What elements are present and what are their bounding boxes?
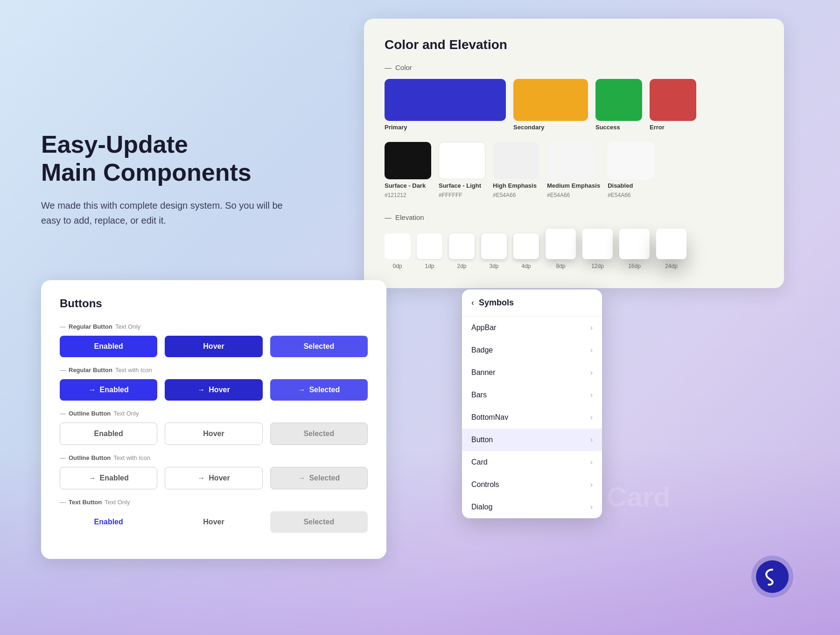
elevation-label-12dp: 12dp — [591, 263, 604, 269]
surface-light-box — [439, 142, 485, 179]
surface-dark-box — [385, 142, 431, 179]
section-label-regular-1: Text Only — [115, 323, 140, 330]
disabled-swatch: Disabled #E54A66 — [608, 142, 654, 198]
elevation-12dp: 12dp — [582, 229, 613, 269]
color-section-label: Color — [385, 64, 763, 71]
elevation-label-1dp: 1dp — [425, 263, 434, 269]
text-button-row: Enabled Hover Selected — [60, 511, 368, 533]
elevation-3dp: 3dp — [481, 233, 507, 269]
secondary-swatch-box — [513, 79, 588, 121]
elevation-box-1dp — [417, 233, 442, 259]
elevation-label-16dp: 16dp — [628, 263, 641, 269]
regular-text-selected-button[interactable]: Selected — [270, 336, 368, 357]
regular-text-enabled-button[interactable]: Enabled — [60, 336, 157, 357]
elevation-1dp: 1dp — [417, 233, 442, 269]
section-label-bold-1: Regular Button — [69, 323, 112, 330]
symbols-item-button[interactable]: Button › — [462, 429, 602, 451]
arrow-icon: → — [298, 386, 305, 394]
symbols-back-button[interactable]: ‹ — [471, 298, 474, 308]
regular-icon-enabled-button[interactable]: → Enabled — [60, 379, 157, 401]
disabled-hex: #E54A66 — [608, 192, 654, 198]
primary-colors-row: Primary Secondary Success Error — [385, 79, 763, 131]
regular-text-only-row: Enabled Hover Selected — [60, 336, 368, 357]
section-label-bold-4: Outline Button — [69, 454, 111, 461]
secondary-swatch-label: Secondary — [513, 124, 588, 131]
elevation-box-8dp — [546, 229, 576, 259]
symbols-item-bottomnav[interactable]: BottomNav › — [462, 406, 602, 429]
logo-icon — [756, 560, 789, 593]
symbols-item-bars[interactable]: Bars › — [462, 384, 602, 406]
regular-text-hover-button[interactable]: Hover — [165, 336, 262, 357]
arrow-icon: → — [197, 474, 205, 482]
arrow-icon: → — [89, 386, 96, 394]
logo-svg — [763, 567, 782, 586]
elevation-section-label: Elevation — [385, 213, 763, 221]
elevation-label-8dp: 8dp — [556, 263, 565, 269]
symbols-item-controls[interactable]: Controls › — [462, 473, 602, 496]
symbols-item-label-bars: Bars — [471, 391, 487, 399]
section-label-bold-2: Regular Button — [69, 367, 112, 374]
outline-icon-row: → Enabled → Hover → Selected — [60, 467, 368, 489]
elevation-2dp: 2dp — [449, 233, 475, 269]
success-color-swatch: Success — [595, 79, 642, 131]
hero-title: Easy-Update Main Components — [41, 131, 284, 187]
symbols-item-label-controls: Controls — [471, 480, 499, 489]
chevron-right-icon-button: › — [590, 436, 593, 444]
outline-icon-hover-button[interactable]: → Hover — [165, 467, 262, 489]
arrow-icon: → — [197, 386, 205, 394]
surface-dark-hex: #121212 — [385, 192, 431, 198]
regular-button-icon-label: Regular Button Text with Icon — [60, 367, 368, 374]
elevation-box-2dp — [449, 233, 475, 259]
symbols-item-dialog[interactable]: Dialog › — [462, 496, 602, 518]
text-hover-button[interactable]: Hover — [165, 511, 262, 533]
symbols-item-label-appbar: AppBar — [471, 324, 496, 332]
outline-icon-selected-button[interactable]: → Selected — [270, 467, 368, 489]
outline-text-selected-button[interactable]: Selected — [270, 423, 368, 445]
success-swatch-label: Success — [595, 124, 642, 131]
symbols-item-badge[interactable]: Badge › — [462, 339, 602, 361]
high-emphasis-hex: #E54A66 — [493, 192, 539, 198]
outline-button-icon-label: Outline Button Text with Icon — [60, 454, 368, 461]
text-enabled-button[interactable]: Enabled — [60, 511, 157, 533]
symbols-item-card[interactable]: Card › — [462, 451, 602, 473]
error-swatch-label: Error — [650, 124, 696, 131]
symbols-header: ‹ Symbols — [462, 289, 602, 317]
regular-icon-hover-button[interactable]: → Hover — [165, 379, 262, 401]
secondary-color-swatch: Secondary — [513, 79, 588, 131]
section-label-bold-5: Text Button — [69, 499, 102, 506]
elevation-0dp: 0dp — [385, 233, 410, 269]
elevation-24dp: 24dp — [656, 229, 686, 269]
symbols-item-appbar[interactable]: AppBar › — [462, 317, 602, 339]
section-label-regular-3: Text Only — [113, 410, 139, 417]
chevron-right-icon-badge: › — [590, 346, 593, 354]
logo-badge — [751, 556, 793, 598]
text-button-section: Text Button Text Only Enabled Hover Sele… — [60, 499, 368, 533]
symbols-item-banner[interactable]: Banner › — [462, 361, 602, 384]
elevation-label-0dp: 0dp — [392, 263, 402, 269]
outline-text-hover-button[interactable]: Hover — [165, 423, 262, 445]
high-emphasis-box — [493, 142, 539, 179]
regular-icon-selected-button[interactable]: → Selected — [270, 379, 368, 401]
regular-icon-row: → Enabled → Hover → Selected — [60, 379, 368, 401]
surface-colors-row: Surface - Dark #121212 Surface - Light #… — [385, 142, 763, 198]
buttons-card: Buttons Regular Button Text Only Enabled… — [41, 280, 386, 559]
chevron-right-icon-controls: › — [590, 480, 593, 489]
chevron-right-icon-appbar: › — [590, 324, 593, 332]
chevron-right-icon-banner: › — [590, 368, 593, 377]
elevation-16dp: 16dp — [619, 229, 650, 269]
elevation-label-24dp: 24dp — [665, 263, 678, 269]
section-label-regular-4: Text with Icon — [113, 454, 150, 461]
elevation-4dp: 4dp — [513, 233, 539, 269]
text-selected-button[interactable]: Selected — [270, 511, 368, 533]
outline-icon-enabled-button[interactable]: → Enabled — [60, 467, 157, 489]
section-label-bold-3: Outline Button — [69, 410, 111, 417]
outline-text-enabled-button[interactable]: Enabled — [60, 423, 157, 445]
error-swatch-box — [650, 79, 696, 121]
card-label-overlay: Card — [607, 481, 671, 513]
elevation-label-3dp: 3dp — [489, 263, 498, 269]
outline-button-icon-section: Outline Button Text with Icon → Enabled … — [60, 454, 368, 489]
chevron-right-icon-bars: › — [590, 391, 593, 399]
error-color-swatch: Error — [650, 79, 696, 131]
primary-swatch-label: Primary — [385, 124, 506, 131]
arrow-icon: → — [89, 474, 96, 482]
